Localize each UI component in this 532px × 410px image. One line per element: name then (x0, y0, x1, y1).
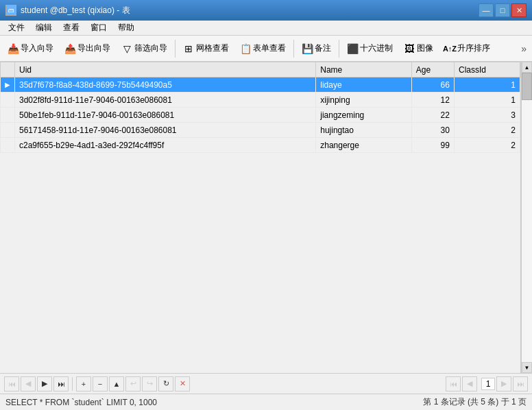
table-scroll-area: Uid Name Age ClassId ▶35d7f678-f8a8-438d… (0, 62, 532, 373)
grid-icon: ⊞ (183, 43, 194, 54)
menu-view[interactable]: 查看 (58, 21, 85, 35)
menu-bar: 文件 编辑 查看 窗口 帮助 (0, 21, 532, 36)
cell-classid: 2 (454, 138, 520, 153)
toolbar: 📥 导入向导 📤 导出向导 ▽ 筛选向导 ⊞ 网格查看 📋 表单查看 💾 备注 … (0, 36, 532, 62)
menu-edit[interactable]: 编辑 (30, 21, 58, 35)
import-icon: 📥 (8, 43, 19, 54)
toolbar-separator-3 (339, 40, 339, 58)
empty-rows (0, 153, 520, 359)
nav-undo-button[interactable]: ↩ (125, 376, 141, 391)
grid-view-button[interactable]: ⊞ 网格查看 (178, 38, 234, 59)
export-wizard-button[interactable]: 📤 导出向导 (60, 38, 115, 59)
nav-stop-button[interactable]: ✕ (175, 376, 190, 391)
filter-wizard-button[interactable]: ▽ 筛选向导 (117, 38, 172, 59)
toolbar-separator-1 (175, 40, 176, 58)
nav-first-button[interactable]: ⏮ (4, 376, 19, 391)
maximize-button[interactable]: □ (495, 3, 510, 17)
cell-name: zhangerge (316, 138, 412, 153)
row-indicator (1, 138, 15, 153)
scroll-thumb[interactable] (522, 73, 532, 100)
vertical-scrollbar[interactable]: ▲ ▼ (521, 62, 532, 373)
nav-bar: ⏮ ◀ ▶ ⏭ + − ▲ ↩ ↪ ↻ ✕ ⏮ ◀ 1 ▶ ⏭ (0, 373, 532, 394)
table-wrapper[interactable]: Uid Name Age ClassId ▶35d7f678-f8a8-438d… (0, 62, 521, 373)
image-label: 图像 (417, 43, 433, 54)
cell-name: jiangzeming (316, 108, 412, 123)
cell-classid: 2 (454, 123, 520, 138)
export-label: 导出向导 (77, 43, 110, 54)
nav-redo-button[interactable]: ↪ (142, 376, 157, 391)
table-row[interactable]: 56171458-911d-11e7-9046-00163e086081huji… (1, 123, 520, 138)
row-indicator (1, 108, 15, 123)
close-button[interactable]: ✕ (511, 3, 527, 17)
import-wizard-button[interactable]: 📥 导入向导 (3, 38, 58, 59)
row-indicator (1, 123, 15, 138)
page-first-button[interactable]: ⏮ (446, 376, 461, 391)
filter-label: 筛选向导 (134, 43, 167, 54)
cell-uid: c2a9f655-b29e-4ad1-a3ed-292f4c4ff95f (15, 138, 316, 153)
image-icon: 🖼 (404, 43, 415, 54)
nav-up-button[interactable]: ▲ (109, 376, 124, 391)
table-row[interactable]: c2a9f655-b29e-4ad1-a3ed-292f4c4ff95fzhan… (1, 138, 520, 153)
col-uid[interactable]: Uid (15, 62, 316, 77)
backup-button[interactable]: 💾 备注 (297, 38, 336, 59)
grid-label: 网格查看 (196, 43, 229, 54)
cell-classid: 3 (454, 108, 520, 123)
table-row[interactable]: ▶35d7f678-f8a8-438d-8699-75b5449490a5lid… (1, 77, 520, 93)
row-indicator-header (1, 62, 15, 77)
scroll-up-button[interactable]: ▲ (522, 62, 532, 73)
import-label: 导入向导 (21, 43, 53, 54)
form-label: 表单查看 (253, 43, 286, 54)
hex-icon: ⬛ (347, 43, 358, 54)
page-next-button[interactable]: ▶ (496, 376, 511, 391)
cell-age: 30 (411, 123, 454, 138)
app-icon: 🗃 (5, 5, 16, 16)
col-classid[interactable]: ClassId (454, 62, 520, 77)
filter-icon: ▽ (121, 43, 132, 54)
nav-last-button[interactable]: ⏭ (53, 376, 69, 391)
nav-add-button[interactable]: + (76, 376, 91, 391)
page-number: 1 (481, 378, 495, 390)
cell-name: lidaye (316, 77, 412, 93)
cell-age: 66 (411, 77, 454, 93)
window-title: student @db_test (qixiao) - 表 (21, 5, 479, 16)
table-row[interactable]: 3d02f8fd-911d-11e7-9046-00163e086081xiji… (1, 93, 520, 108)
sort-label: 升序排序 (457, 43, 490, 54)
form-view-button[interactable]: 📋 表单查看 (235, 38, 291, 59)
backup-icon: 💾 (302, 43, 313, 54)
cell-uid: 35d7f678-f8a8-438d-8699-75b5449490a5 (15, 77, 316, 93)
image-button[interactable]: 🖼 图像 (399, 38, 438, 59)
menu-help[interactable]: 帮助 (112, 21, 140, 35)
scroll-track[interactable] (522, 73, 532, 362)
menu-window[interactable]: 窗口 (85, 21, 112, 35)
row-indicator: ▶ (1, 77, 15, 93)
col-name[interactable]: Name (316, 62, 412, 77)
cell-uid: 56171458-911d-11e7-9046-00163e086081 (15, 123, 316, 138)
table-row[interactable]: 50be1feb-911d-11e7-9046-00163e086081jian… (1, 108, 520, 123)
nav-delete-button[interactable]: − (93, 376, 108, 391)
table-header-row: Uid Name Age ClassId (1, 62, 520, 77)
nav-next-button[interactable]: ▶ (37, 376, 52, 391)
cell-age: 99 (411, 138, 454, 153)
nav-sep-1 (72, 377, 73, 391)
page-indicator: 1 (481, 378, 495, 390)
nav-refresh-button[interactable]: ↻ (158, 376, 173, 391)
toolbar-separator-2 (293, 40, 294, 58)
page-prev-button[interactable]: ◀ (462, 376, 477, 391)
cell-classid: 1 (454, 93, 520, 108)
cell-uid: 3d02f8fd-911d-11e7-9046-00163e086081 (15, 93, 316, 108)
col-age[interactable]: Age (411, 62, 454, 77)
cell-age: 12 (411, 93, 454, 108)
cell-name: xijinping (316, 93, 412, 108)
nav-right: ⏮ ◀ 1 ▶ ⏭ (446, 376, 528, 391)
nav-prev-button[interactable]: ◀ (21, 376, 36, 391)
row-indicator (1, 93, 15, 108)
sort-button[interactable]: A↑Z 升序排序 (439, 38, 495, 59)
menu-file[interactable]: 文件 (3, 21, 30, 35)
form-icon: 📋 (240, 43, 251, 54)
hex-button[interactable]: ⬛ 十六进制 (342, 38, 398, 59)
minimize-button[interactable]: — (479, 3, 494, 17)
page-last-button[interactable]: ⏭ (513, 376, 528, 391)
toolbar-expand[interactable]: » (518, 41, 529, 56)
scroll-down-button[interactable]: ▼ (522, 362, 532, 373)
cell-name: hujingtao (316, 123, 412, 138)
